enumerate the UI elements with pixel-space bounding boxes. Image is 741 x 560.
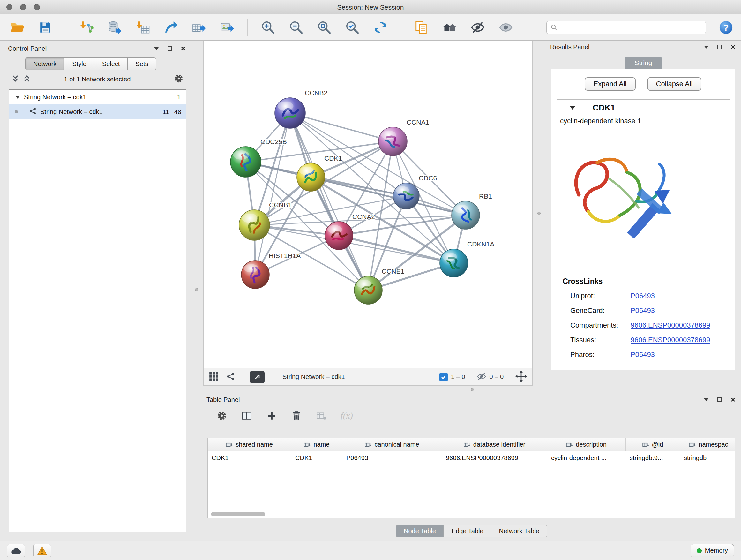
float-panel-icon[interactable]: [716, 396, 723, 403]
hide-selected-button[interactable]: [470, 18, 485, 37]
table-options-gear-icon[interactable]: [216, 410, 227, 422]
table-cell[interactable]: CDK1: [291, 454, 342, 462]
table-cell[interactable]: CDK1: [208, 454, 291, 462]
warnings-button[interactable]: [33, 544, 51, 557]
birdseye-grid-icon[interactable]: [209, 371, 219, 383]
panel-menu-icon[interactable]: [703, 396, 710, 403]
tab-sets[interactable]: Sets: [128, 57, 156, 70]
node-table: shared name name canonical name database…: [207, 438, 735, 518]
crosslink-value-link[interactable]: P06493: [630, 307, 655, 315]
network-options-gear-icon[interactable]: [174, 74, 184, 84]
maximize-window-button[interactable]: [34, 4, 40, 10]
close-panel-icon[interactable]: [730, 396, 737, 403]
close-panel-icon[interactable]: [180, 45, 187, 52]
protein-section-header[interactable]: CDK1: [557, 100, 730, 116]
disclosure-triangle-icon[interactable]: [15, 94, 20, 101]
save-session-button[interactable]: [38, 18, 53, 37]
column-header-database-identifier[interactable]: database identifier: [442, 438, 547, 451]
results-panel-title: Results Panel: [550, 44, 590, 51]
new-network-from-selection-button[interactable]: [163, 18, 179, 37]
network-node-ccne1[interactable]: CCNE1: [354, 267, 404, 304]
tab-network-table[interactable]: Network Table: [491, 525, 547, 537]
horizontal-scrollbar-thumb[interactable]: [211, 512, 265, 516]
cloud-button[interactable]: [7, 544, 25, 557]
add-column-icon[interactable]: [266, 410, 277, 422]
delete-column-trash-icon[interactable]: [291, 410, 302, 422]
zoom-selected-button[interactable]: [345, 18, 360, 37]
network-node-ccnb2[interactable]: CCNB2: [275, 89, 327, 128]
help-button[interactable]: ?: [719, 20, 733, 35]
network-list-toolbar: 1 of 1 Network selected: [5, 71, 190, 87]
crosslink-value-link[interactable]: 9606.ENSP00000378699: [630, 321, 711, 329]
zoom-out-button[interactable]: [288, 18, 304, 37]
panel-menu-icon[interactable]: [153, 45, 160, 52]
expand-all-icon[interactable]: [23, 74, 31, 84]
column-header-canonical-name[interactable]: canonical name: [342, 438, 442, 451]
expand-all-button[interactable]: Expand All: [585, 77, 636, 91]
export-image-button[interactable]: [219, 18, 234, 37]
status-bar: Memory: [0, 541, 741, 560]
import-table-button[interactable]: [135, 18, 150, 37]
column-header-namespace[interactable]: namespac: [680, 438, 735, 451]
column-header-shared-name[interactable]: shared name: [208, 438, 291, 451]
column-header-description[interactable]: description: [547, 438, 626, 451]
close-panel-icon[interactable]: [730, 44, 737, 51]
float-panel-icon[interactable]: [716, 44, 723, 51]
network-canvas[interactable]: CCNB2CCNA1CDC25BCDK1CDC6RB1CCNB1CCNA2CDK…: [204, 41, 533, 369]
table-row[interactable]: CDK1 CDK1 P06493 9606.ENSP00000378699 cy…: [208, 451, 735, 464]
vertical-splitter-handle[interactable]: [537, 212, 541, 215]
refresh-layout-button[interactable]: [373, 18, 388, 37]
table-cell[interactable]: 9606.ENSP00000378699: [442, 454, 547, 462]
memory-button[interactable]: Memory: [690, 544, 734, 557]
tab-edge-table[interactable]: Edge Table: [444, 525, 491, 537]
zoom-in-button[interactable]: [260, 18, 276, 37]
import-network-from-database-button[interactable]: [107, 18, 122, 37]
vertical-splitter-handle[interactable]: [195, 288, 198, 291]
disclosure-triangle-icon[interactable]: [569, 105, 576, 111]
crosslink-value-link[interactable]: P06493: [630, 292, 655, 300]
table-cell[interactable]: P06493: [342, 454, 442, 462]
minimize-window-button[interactable]: [20, 4, 26, 10]
export-image-icon: [219, 20, 234, 35]
horizontal-splitter-handle[interactable]: [471, 388, 474, 391]
network-collection-row[interactable]: String Network – cdk1 1: [9, 90, 186, 105]
collapse-all-button[interactable]: Collapse All: [647, 77, 702, 91]
share-network-icon[interactable]: [226, 372, 235, 382]
crosslink-value-link[interactable]: 9606.ENSP00000378699: [630, 336, 711, 344]
float-panel-icon[interactable]: [166, 45, 173, 52]
table-cell[interactable]: cyclin-dependent ...: [547, 454, 626, 462]
show-all-button[interactable]: [498, 18, 514, 37]
zoom-fit-button[interactable]: [317, 18, 332, 37]
network-node-ccna1[interactable]: CCNA1: [379, 118, 429, 156]
selected-checkbox[interactable]: [440, 373, 448, 381]
tab-style[interactable]: Style: [64, 57, 94, 70]
network-row-selected[interactable]: String Network – cdk1 11 48: [9, 105, 186, 119]
tab-select[interactable]: Select: [94, 57, 128, 70]
network-node-ccnb1[interactable]: CCNB1: [239, 201, 292, 240]
export-table-button[interactable]: [191, 18, 206, 37]
open-session-button[interactable]: [10, 18, 25, 37]
open-in-new-window-button[interactable]: [250, 371, 265, 383]
copy-view-button[interactable]: [414, 18, 429, 37]
show-columns-icon[interactable]: [241, 410, 253, 422]
tab-network[interactable]: Network: [25, 57, 64, 70]
column-header-id[interactable]: @id: [626, 438, 680, 451]
collapse-all-icon[interactable]: [11, 74, 19, 84]
network-node-cdkn1a[interactable]: CDKN1A: [440, 240, 494, 277]
results-tab-string[interactable]: String: [624, 57, 662, 69]
network-node-hist1h1a[interactable]: HIST1H1A: [241, 252, 300, 289]
hidden-eye-slash-icon[interactable]: [477, 372, 486, 382]
table-cell[interactable]: stringdb:9...: [626, 454, 680, 462]
table-cell[interactable]: stringdb: [680, 454, 735, 462]
crosslink-value-link[interactable]: P06493: [630, 351, 655, 359]
tab-node-table[interactable]: Node Table: [396, 525, 444, 537]
pan-crosshair-icon[interactable]: [515, 370, 527, 384]
panel-menu-icon[interactable]: [703, 44, 710, 51]
close-window-button[interactable]: [6, 4, 12, 10]
import-network-from-file-button[interactable]: [79, 18, 94, 37]
search-input[interactable]: [560, 23, 702, 31]
first-neighbors-button[interactable]: [442, 18, 457, 37]
network-node-rb1[interactable]: RB1: [452, 192, 492, 229]
column-header-name[interactable]: name: [291, 438, 342, 451]
network-node-cdk1[interactable]: CDK1: [297, 154, 342, 191]
